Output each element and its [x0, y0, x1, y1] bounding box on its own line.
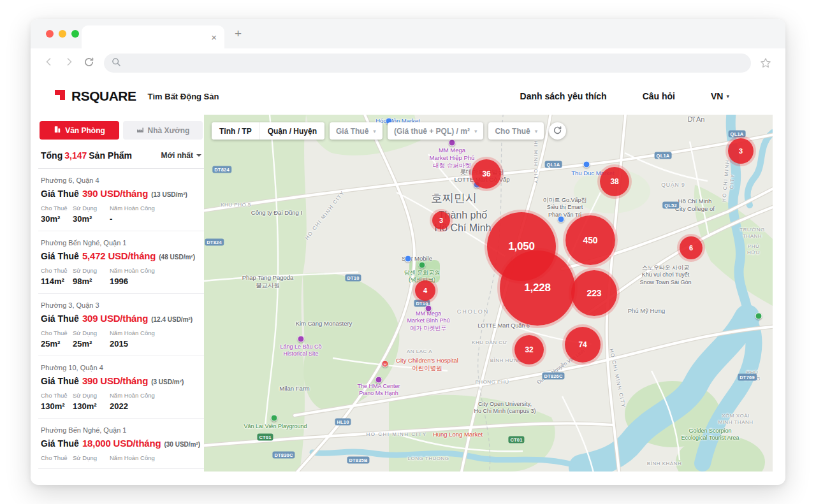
map-container[interactable]: 호찌민시Thành phố Hồ Chí MinhHóc Môn MarketM…: [204, 115, 773, 472]
listing-card[interactable]: Phường Bến Nghé, Quận 1Giá Thuê5,472 USD…: [38, 231, 204, 294]
spec-col: Năm Hoàn Công2015: [110, 329, 200, 349]
window-minimize-button[interactable]: [59, 30, 66, 38]
map-label: Hồ Chí Minh City College of: [675, 198, 715, 213]
price-unit: (13 USD/m²): [151, 191, 187, 198]
map-cluster[interactable]: 38: [600, 167, 629, 196]
filter-label: Giá Thuê: [336, 127, 368, 136]
map-cluster[interactable]: 3: [432, 212, 450, 229]
map-poi-icon[interactable]: [375, 377, 382, 384]
tab-close-icon[interactable]: ×: [211, 32, 217, 42]
map-cluster[interactable]: 4: [415, 280, 435, 301]
map-poi-icon[interactable]: [583, 161, 590, 168]
map-poi-icon[interactable]: [298, 336, 305, 343]
spec-value: 30m²: [73, 214, 110, 224]
map-poi-icon[interactable]: [558, 216, 565, 223]
listing-specs: Cho Thuê25m²Sử Dụng25m²Năm Hoàn Công2015: [41, 329, 200, 349]
listing-location: Phường Bến Nghé, Quận 1: [41, 239, 200, 247]
price-label: Giá Thuê: [41, 313, 79, 324]
listing-list: Phường 6, Quận 4Giá Thuê390 USD/tháng(13…: [38, 169, 204, 469]
window-zoom-button[interactable]: [71, 30, 79, 38]
spec-value: 25m²: [73, 339, 110, 349]
map-cluster[interactable]: 6: [680, 236, 703, 259]
window-close-button[interactable]: [46, 30, 54, 38]
map-label: Golden Scorpion Ecological Tourist Area: [681, 428, 740, 442]
spec-label: Cho Thuê: [41, 392, 73, 399]
map-label: Dĩ An: [688, 115, 705, 124]
price-label: Giá Thuê: [41, 438, 79, 449]
map-poi-icon[interactable]: H: [382, 361, 389, 368]
back-icon[interactable]: [45, 57, 54, 69]
bookmark-star-icon[interactable]: [760, 57, 771, 69]
office-icon: [54, 126, 61, 135]
spec-label: Cho Thuê: [41, 329, 73, 336]
price-unit: (30 USD/m²): [164, 441, 200, 448]
listing-card[interactable]: Phường 6, Quận 4Giá Thuê390 USD/tháng(13…: [38, 169, 204, 231]
map-label: Láng Le Bàu Cò Historical Site: [280, 343, 321, 358]
spec-label: Sử Dụng: [73, 205, 110, 212]
chevron-down-icon: ▾: [535, 128, 538, 134]
tab-nha-xuong[interactable]: Nhà Xưởng: [123, 121, 203, 140]
language-selector[interactable]: VN ▾: [711, 91, 729, 101]
map-label: Kim Cang Monastery: [296, 320, 353, 328]
map-poi-icon[interactable]: [755, 313, 762, 320]
map-cluster[interactable]: 36: [472, 159, 501, 189]
filter-label: Cho Thuê: [495, 127, 530, 136]
spec-col: Cho Thuê114m²: [41, 267, 73, 286]
factory-icon: [136, 126, 144, 135]
rsquare-logo[interactable]: RSQUARE: [54, 89, 136, 104]
map-label: BÌNH KHÁNH: [647, 461, 681, 467]
map-cluster[interactable]: 74: [565, 327, 601, 363]
map-label: Hung Long Market: [433, 431, 483, 438]
nav-favorites[interactable]: Danh sách yêu thích: [520, 91, 607, 101]
sort-dropdown[interactable]: Mới nhất: [161, 151, 201, 160]
map-cluster[interactable]: 1,050: [487, 212, 556, 281]
road-shield: DT826C: [542, 373, 564, 380]
tab-van-phong[interactable]: Văn Phòng: [40, 121, 119, 140]
map-overlay-layer: 호찌민시Thành phố Hồ Chí MinhHóc Môn MarketM…: [204, 115, 773, 472]
map-label: Phú Mỹ Hưng: [628, 307, 666, 315]
map-label: KHU DÂN CƯ: [472, 340, 507, 346]
map-poi-icon[interactable]: [271, 415, 278, 422]
map-cluster[interactable]: 3: [728, 138, 754, 164]
map-label: MM Mega Market Bình Phú 메가 마켓빈푸: [407, 310, 449, 332]
map-label: KHU PHỐ 5: [221, 202, 251, 208]
chevron-down-icon: ▾: [373, 128, 376, 134]
filter-dropdown[interactable]: Giá Thuê▾: [330, 122, 382, 140]
map-label: QUẬN 9: [661, 182, 685, 189]
spec-col: Sử Dụng98m²: [73, 267, 110, 286]
map-cluster[interactable]: 223: [571, 270, 617, 316]
listing-specs: Cho Thuê30m²Sử Dụng30m²Năm Hoàn Công-: [41, 205, 200, 224]
reload-icon[interactable]: [84, 57, 94, 69]
listing-card[interactable]: Phường Bến Nghé, Quận 1Giá Thuê18,000 US…: [38, 419, 204, 469]
map-poi-icon[interactable]: [419, 262, 426, 269]
new-tab-button[interactable]: +: [235, 27, 242, 40]
filter-label: (Giá thuê + PQL) / m²: [394, 127, 470, 136]
spec-col: Năm Hoàn Công-: [110, 205, 200, 224]
map-label: AN LẠC A: [407, 349, 432, 355]
region-filter-button[interactable]: Tỉnh / TP: [212, 122, 259, 140]
listing-price-row: Giá Thuê309 USD/tháng(12.4 USD/m²): [41, 313, 200, 324]
map-poi-icon[interactable]: [425, 305, 432, 312]
listing-specs: Cho Thuê114m²Sử Dụng98m²Năm Hoàn Công199…: [41, 267, 200, 286]
filter-dropdown[interactable]: (Giá thuê + PQL) / m²▾: [388, 122, 484, 140]
filter-dropdown[interactable]: Cho Thuê▾: [488, 122, 544, 140]
listing-card[interactable]: Phường 3, Quận 3Giá Thuê309 USD/tháng(12…: [38, 294, 204, 356]
listing-card[interactable]: Phường 10, Quận 4Giá Thuê390 USD/tháng(3…: [38, 356, 204, 419]
region-filter-button[interactable]: Quận / Huyện: [259, 122, 324, 140]
map-cluster[interactable]: 450: [565, 215, 615, 265]
nav-questions[interactable]: Câu hỏi: [643, 91, 675, 101]
listing-price-row: Giá Thuê390 USD/tháng(13 USD/m²): [41, 188, 200, 199]
road-shield: HL10: [335, 419, 351, 426]
map-refresh-button[interactable]: [549, 122, 566, 140]
map-label: City Children's Hospital 어린이병원: [396, 357, 458, 372]
listing-price-row: Giá Thuê18,000 USD/tháng(30 USD/m²): [41, 438, 200, 449]
spec-col: Cho Thuê30m²: [41, 205, 73, 224]
forward-icon[interactable]: [64, 57, 73, 69]
price-value: 390 USD/tháng: [82, 375, 148, 386]
map-poi-icon[interactable]: [449, 140, 456, 147]
address-input[interactable]: [104, 54, 751, 73]
map-poi-icon[interactable]: [405, 256, 412, 263]
price-label: Giá Thuê: [41, 251, 79, 261]
map-cluster[interactable]: 32: [514, 335, 544, 364]
browser-tab[interactable]: ×: [82, 25, 224, 48]
